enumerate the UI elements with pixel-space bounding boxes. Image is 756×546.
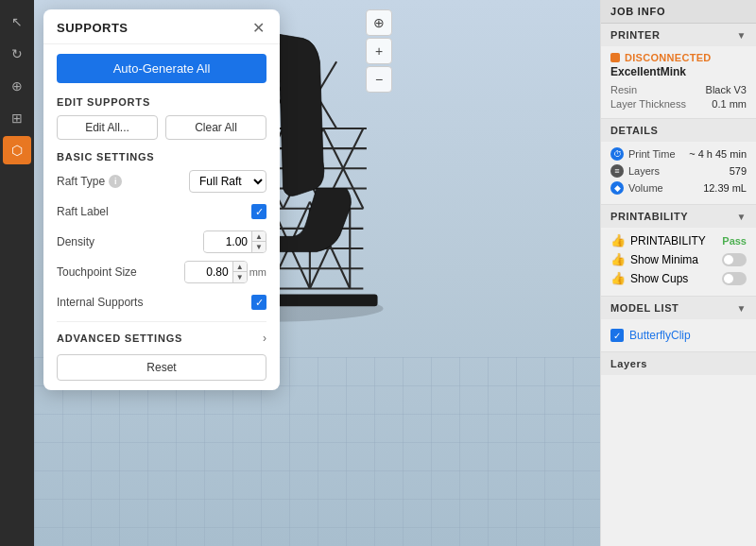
printability-section-header[interactable]: PRINTABILITY ▼ (601, 205, 756, 228)
panel-title: SUPPORTS (57, 21, 129, 35)
reset-button[interactable]: Reset (57, 354, 266, 381)
touchpoint-spinners: ▲ ▼ (232, 262, 247, 282)
navigate-button[interactable]: ⊕ (366, 9, 392, 36)
touchpoint-up-button[interactable]: ▲ (233, 262, 247, 272)
internal-supports-control: ✓ (251, 295, 266, 310)
touchpoint-input[interactable] (185, 263, 232, 282)
close-button[interactable]: ✕ (249, 19, 266, 36)
printer-section-header[interactable]: PRINTER ▼ (601, 24, 756, 46)
supports-panel: SUPPORTS ✕ Auto-Generate All EDIT SUPPOR… (43, 9, 280, 390)
layers-label: Layers (628, 165, 660, 177)
clear-all-button[interactable]: Clear All (165, 115, 266, 140)
density-control: ▲ ▼ (203, 230, 266, 253)
print-time-row: ⏱ Print Time ~ 4 h 45 min (610, 147, 747, 161)
printer-name: ExcellentMink (610, 65, 747, 78)
show-cups-icon: 👍 (610, 271, 626, 285)
print-time-value: ~ 4 h 45 min (689, 148, 747, 160)
show-cups-label: 👍 Show Cups (610, 271, 688, 285)
touchpoint-input-group: ▲ ▼ (184, 261, 248, 283)
edit-all-button[interactable]: Edit All... (57, 115, 158, 140)
printer-arrow-icon: ▼ (737, 30, 747, 41)
print-time-label: Print Time (628, 148, 676, 160)
printability-label-group: 👍 PRINTABILITY (610, 233, 706, 247)
volume-icon: ◆ (610, 181, 624, 195)
cursor-icon[interactable]: ↖ (3, 8, 31, 36)
divider (57, 321, 266, 322)
volume-value: 12.39 mL (703, 182, 747, 194)
density-row: Density ▲ ▼ (57, 230, 266, 253)
printer-label: PRINTER (610, 29, 660, 41)
raft-type-info-icon[interactable]: i (109, 175, 122, 188)
show-cups-text: Show Cups (630, 272, 688, 285)
density-input[interactable] (204, 232, 251, 251)
show-minima-toggle[interactable] (722, 253, 747, 266)
advanced-settings-row[interactable]: ADVANCED SETTINGS › (57, 330, 266, 347)
support-icon[interactable]: ⬡ (3, 136, 31, 164)
advanced-settings-label: ADVANCED SETTINGS (57, 333, 182, 344)
raft-type-row: Raft Type i Full Raft Mini Raft None (57, 170, 266, 193)
left-sidebar: ↖ ↻ ⊕ ⊞ ⬡ (0, 0, 34, 546)
panel-header: SUPPORTS ✕ (43, 9, 280, 44)
model-name[interactable]: ButterflyClip (629, 329, 691, 342)
layer-thickness-row: Layer Thickness 0.1 mm (610, 98, 747, 110)
raft-label-row: Raft Label ✓ (57, 200, 266, 223)
print-time-left: ⏱ Print Time (610, 147, 676, 161)
connection-status: DISCONNECTED (625, 52, 712, 63)
auto-generate-button[interactable]: Auto-Generate All (57, 54, 266, 83)
model-list-label: MODEL LIST (610, 302, 679, 314)
touchpoint-size-row: Touchpoint Size ▲ ▼ mm (57, 261, 266, 283)
printability-pass-badge: Pass (722, 235, 747, 247)
layers-section-label: Layers (610, 358, 647, 369)
show-cups-toggle[interactable] (722, 272, 747, 285)
viewport[interactable]: SUPPORTS ✕ Auto-Generate All EDIT SUPPOR… (34, 0, 600, 546)
model-list-arrow-icon: ▼ (737, 303, 747, 314)
resin-label: Resin (610, 84, 637, 95)
grid-icon[interactable]: ⊞ (3, 104, 31, 132)
density-down-button[interactable]: ▼ (252, 242, 266, 252)
density-up-button[interactable]: ▲ (252, 231, 266, 242)
right-panel: JOB INFO PRINTER ▼ DISCONNECTED Excellen… (600, 0, 756, 546)
layers-row: ≡ Layers 579 (610, 164, 747, 178)
show-minima-row: 👍 Show Minima (610, 252, 747, 266)
touchpoint-control: ▲ ▼ mm (184, 261, 266, 283)
raft-label-label: Raft Label (57, 205, 251, 218)
show-minima-icon: 👍 (610, 252, 626, 266)
layers-value: 579 (730, 165, 747, 177)
show-minima-label: 👍 Show Minima (610, 252, 698, 266)
volume-label: Volume (628, 182, 663, 194)
model-checkbox[interactable]: ✓ (610, 329, 624, 342)
disconnected-dot (610, 53, 620, 62)
model-list-content: ✓ ButterflyClip (601, 319, 756, 351)
raft-type-select[interactable]: Full Raft Mini Raft None (189, 170, 266, 193)
density-input-group: ▲ ▼ (203, 230, 266, 253)
zoom-out-button[interactable]: − (366, 66, 392, 93)
printability-label: PRINTABILITY (610, 211, 688, 222)
edit-supports-label: EDIT SUPPORTS (57, 96, 266, 108)
layer-thickness-label: Layer Thickness (610, 98, 686, 110)
density-label: Density (57, 235, 203, 248)
volume-left: ◆ Volume (610, 181, 663, 195)
zoom-in-button[interactable]: + (366, 38, 392, 64)
raft-type-control: Full Raft Mini Raft None (189, 170, 266, 193)
volume-row: ◆ Volume 12.39 mL (610, 181, 747, 195)
viewport-controls: ⊕ + − (366, 9, 392, 93)
raft-label-checkbox[interactable]: ✓ (251, 204, 266, 219)
resin-row: Resin Black V3 (610, 84, 747, 95)
model-list-section-header[interactable]: MODEL LIST ▼ (601, 297, 756, 319)
raft-type-label: Raft Type i (57, 175, 189, 188)
move-icon[interactable]: ⊕ (3, 72, 31, 100)
layers-section[interactable]: Layers (601, 352, 756, 375)
details-section: DETAILS ⏱ Print Time ~ 4 h 45 min ≡ Laye… (601, 119, 756, 205)
internal-supports-label: Internal Supports (57, 296, 251, 309)
internal-supports-checkbox[interactable]: ✓ (251, 295, 266, 310)
printer-content: DISCONNECTED ExcellentMink Resin Black V… (601, 46, 756, 118)
printer-section: PRINTER ▼ DISCONNECTED ExcellentMink Res… (601, 24, 756, 119)
printability-text: PRINTABILITY (630, 234, 706, 247)
details-section-header[interactable]: DETAILS (601, 119, 756, 142)
rotate-icon[interactable]: ↻ (3, 40, 31, 68)
touchpoint-size-label: Touchpoint Size (57, 265, 184, 279)
details-content: ⏱ Print Time ~ 4 h 45 min ≡ Layers 579 ◆… (601, 142, 756, 204)
density-spinners: ▲ ▼ (251, 231, 266, 252)
touchpoint-unit: mm (249, 266, 266, 278)
touchpoint-down-button[interactable]: ▼ (233, 272, 247, 282)
